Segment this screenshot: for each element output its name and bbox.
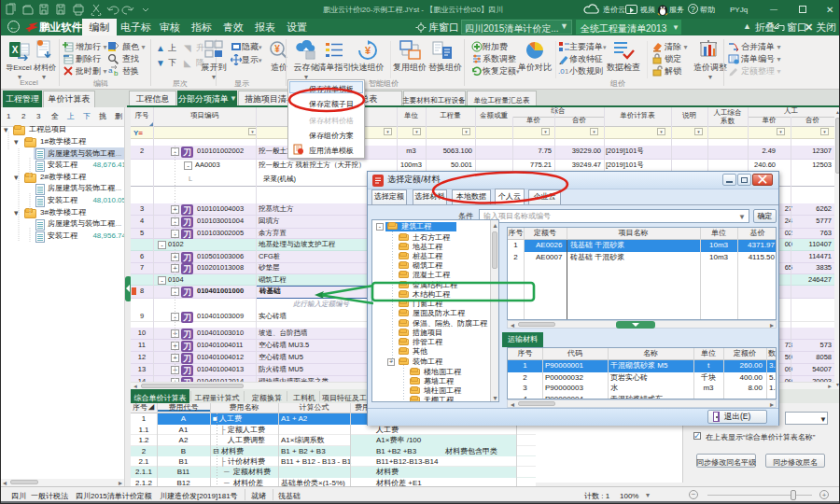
svg-text:¥: ¥ [365, 45, 371, 56]
svg-text:X: X [12, 45, 19, 55]
svg-text:¥: ¥ [274, 44, 280, 54]
svg-text:b: b [114, 69, 119, 77]
